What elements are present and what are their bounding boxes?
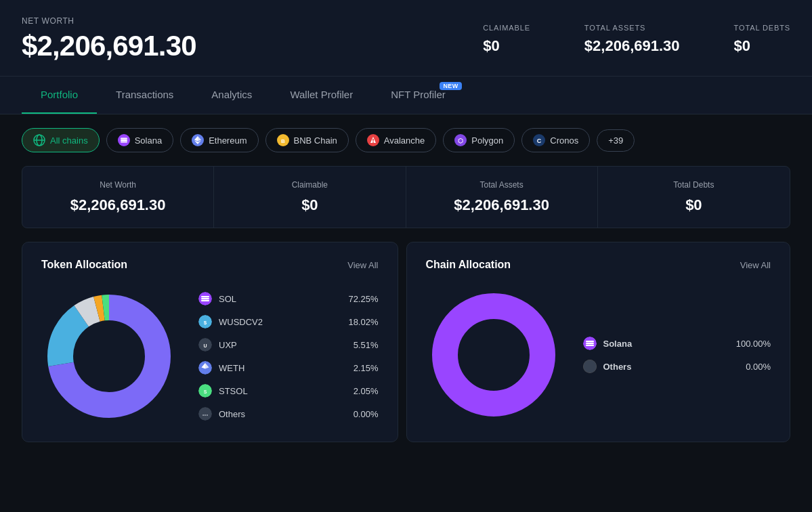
token-allocation-title: Token Allocation bbox=[41, 259, 127, 271]
net-worth-section: NET WORTH $2,206,691.30 bbox=[22, 16, 196, 62]
token-legend-item-weth: WETH 2.15% bbox=[198, 356, 379, 379]
chain-filter: All chainsSolanaEthereumBBNB ChainAvalan… bbox=[0, 114, 812, 166]
total-assets-value: $2,206,691.30 bbox=[584, 37, 680, 55]
net-worth-label: NET WORTH bbox=[22, 16, 196, 26]
token-legend: SOL 72.25% $ WUSDCV2 18.02% U UXP 5.51% … bbox=[198, 287, 379, 425]
portfolio-stats-row: Net Worth $2,206,691.30 Claimable $0 Tot… bbox=[22, 166, 790, 228]
chain-label-ethereum: Ethereum bbox=[209, 135, 247, 146]
claimable-value: $0 bbox=[483, 37, 530, 55]
portfolio-stat-claimable: Claimable $0 bbox=[214, 167, 406, 228]
claimable-label: CLAIMABLE bbox=[483, 24, 530, 32]
chain-label-all: All chains bbox=[50, 135, 88, 146]
header-stats: CLAIMABLE $0 TOTAL ASSETS $2,206,691.30 … bbox=[483, 24, 790, 55]
chain-btn-cronos[interactable]: CCronos bbox=[521, 128, 590, 152]
token-allocation-card: Token Allocation View All SOL 72.25% $ W… bbox=[22, 242, 398, 442]
chain-allocation-title: Chain Allocation bbox=[426, 259, 511, 271]
total-debts-label: TOTAL DEBTS bbox=[734, 24, 790, 32]
total-assets-label: TOTAL ASSETS bbox=[584, 24, 680, 32]
all-icon bbox=[33, 134, 45, 146]
polygon-icon: ⬡ bbox=[454, 134, 467, 146]
chain-label-polygon: Polygon bbox=[471, 135, 503, 146]
svg-rect-16 bbox=[372, 139, 374, 142]
chain-legend: Solana 100.00% Others 0.00% bbox=[583, 332, 771, 378]
ethereum-icon bbox=[192, 134, 204, 146]
token-allocation-view-all[interactable]: View All bbox=[347, 260, 378, 270]
portfolio-stat-net-worth: Net Worth $2,206,691.30 bbox=[22, 167, 214, 228]
svg-rect-17 bbox=[372, 142, 374, 143]
uxp-icon: U bbox=[198, 338, 212, 351]
chain-btn-bnb[interactable]: BBNB Chain bbox=[265, 128, 349, 152]
nav-section: PortfolioTransactionsAnalyticsWallet Pro… bbox=[0, 77, 812, 114]
token-allocation-header: Token Allocation View All bbox=[41, 259, 379, 271]
chain-label-cronos: Cronos bbox=[550, 135, 578, 146]
svg-rect-29 bbox=[201, 296, 209, 297]
chain-label-bnb: BNB Chain bbox=[294, 135, 337, 146]
solana-icon bbox=[118, 134, 130, 146]
new-badge: NEW bbox=[440, 82, 461, 90]
svg-rect-5 bbox=[121, 140, 127, 141]
chain-btn-ethereum[interactable]: Ethereum bbox=[180, 128, 258, 152]
solana-chain-icon bbox=[583, 337, 597, 350]
chain-donut-chart bbox=[426, 287, 561, 423]
token-donut-chart bbox=[41, 289, 177, 424]
svg-rect-46 bbox=[586, 343, 594, 344]
nav-tab-transactions[interactable]: Transactions bbox=[97, 77, 192, 114]
chain-legend-item-solana: Solana 100.00% bbox=[583, 332, 771, 355]
svg-text:B: B bbox=[281, 138, 285, 144]
bnb-icon: B bbox=[277, 134, 289, 146]
portfolio-stat-total-debts: Total Debts $0 bbox=[598, 167, 790, 228]
svg-text:•••: ••• bbox=[202, 412, 209, 418]
svg-text:⬡: ⬡ bbox=[458, 137, 463, 144]
chain-legend-item-others: Others 0.00% bbox=[583, 355, 771, 378]
chain-btn-avalanche[interactable]: Avalanche bbox=[356, 128, 436, 152]
avalanche-icon bbox=[367, 134, 379, 146]
token-legend-item-stsol: S STSOL 2.05% bbox=[198, 379, 379, 402]
svg-point-48 bbox=[583, 360, 597, 373]
svg-text:C: C bbox=[537, 137, 542, 144]
others-icon: ••• bbox=[198, 407, 212, 421]
token-legend-item-uxp: U UXP 5.51% bbox=[198, 333, 379, 356]
token-legend-item-others: ••• Others 0.00% bbox=[198, 402, 379, 425]
token-allocation-content: SOL 72.25% $ WUSDCV2 18.02% U UXP 5.51% … bbox=[41, 287, 379, 425]
more-chains-button[interactable]: +39 bbox=[597, 129, 635, 152]
allocation-section: Token Allocation View All SOL 72.25% $ W… bbox=[22, 242, 790, 442]
chain-btn-solana[interactable]: Solana bbox=[106, 128, 173, 152]
chain-label-solana: Solana bbox=[135, 135, 162, 146]
svg-text:$: $ bbox=[204, 320, 207, 326]
nav-tab-nft-profiler[interactable]: NFT ProfilerNEW bbox=[372, 77, 465, 114]
nav-tab-portfolio[interactable]: Portfolio bbox=[22, 77, 97, 114]
claimable-stat: CLAIMABLE $0 bbox=[483, 24, 530, 55]
token-legend-item-wusdcv2: $ WUSDCV2 18.02% bbox=[198, 310, 379, 333]
svg-text:S: S bbox=[204, 389, 207, 394]
chain-btn-polygon[interactable]: ⬡Polygon bbox=[443, 128, 515, 152]
total-debts-stat: TOTAL DEBTS $0 bbox=[734, 24, 790, 55]
sol-icon bbox=[198, 292, 212, 305]
stsol-icon: S bbox=[198, 384, 212, 398]
chain-allocation-content: Solana 100.00% Others 0.00% bbox=[426, 287, 771, 423]
svg-rect-6 bbox=[121, 142, 127, 143]
chain-btn-all[interactable]: All chains bbox=[22, 128, 100, 152]
weth-icon bbox=[198, 361, 212, 375]
cronos-icon: C bbox=[533, 134, 545, 146]
net-worth-value: $2,206,691.30 bbox=[22, 30, 196, 62]
portfolio-stat-total-assets: Total Assets $2,206,691.30 bbox=[406, 167, 598, 228]
wusdcv2-icon: $ bbox=[198, 315, 212, 328]
total-assets-stat: TOTAL ASSETS $2,206,691.30 bbox=[584, 24, 680, 55]
token-legend-item-sol: SOL 72.25% bbox=[198, 287, 379, 310]
svg-text:U: U bbox=[203, 343, 207, 348]
others-chain-icon bbox=[583, 360, 597, 373]
chain-label-avalanche: Avalanche bbox=[384, 135, 425, 146]
total-debts-value: $0 bbox=[734, 37, 790, 55]
nav-tab-analytics[interactable]: Analytics bbox=[192, 77, 271, 114]
header: NET WORTH $2,206,691.30 CLAIMABLE $0 TOT… bbox=[0, 0, 812, 77]
chain-allocation-card: Chain Allocation View All Solana 100.00%… bbox=[406, 242, 791, 442]
svg-rect-4 bbox=[121, 138, 127, 140]
svg-rect-30 bbox=[201, 298, 209, 299]
svg-rect-45 bbox=[586, 341, 594, 342]
svg-point-43 bbox=[445, 306, 542, 404]
svg-rect-31 bbox=[201, 300, 209, 301]
svg-rect-47 bbox=[586, 345, 594, 346]
chain-allocation-header: Chain Allocation View All bbox=[426, 259, 771, 271]
chain-allocation-view-all[interactable]: View All bbox=[740, 260, 771, 270]
nav-tab-wallet-profiler[interactable]: Wallet Profiler bbox=[271, 77, 372, 114]
